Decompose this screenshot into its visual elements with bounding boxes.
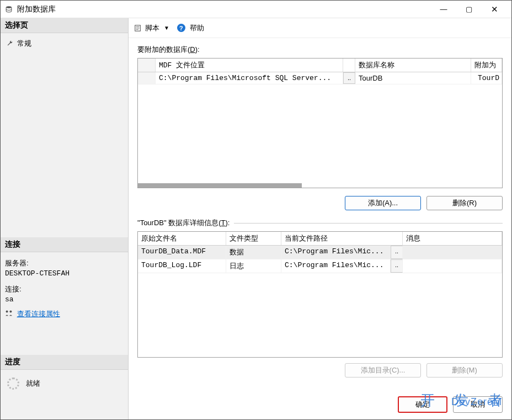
cancel-button[interactable]: 取消 [453,396,503,413]
svg-point-2 [9,310,12,312]
database-details-grid[interactable]: 原始文件名 文件类型 当前文件路径 消息 TourDB_Data.MDF 数据 … [137,231,503,358]
databases-to-attach-label: 要附加的数据库(D): [137,45,503,55]
sidebar-item-label: 常规 [17,39,31,49]
remove-detail-button[interactable]: 删除(M) [426,363,503,378]
attach-database-dialog: 附加数据库 — ▢ ✕ 选择页 常规 连接 服务器: DESKTOP-CTESF… [0,0,512,420]
cell-attachas[interactable]: TourD [471,72,502,84]
cell-message [403,246,502,259]
script-dropdown-icon[interactable]: ▼ [164,25,169,31]
view-connection-properties-link[interactable]: 查看连接属性 [17,310,60,318]
dialog-button-row: 确定 取消 [129,391,511,419]
cell-current-path[interactable]: C:\Program Files\Mic... [281,259,391,273]
svg-point-1 [6,310,8,312]
titlebar: 附加数据库 — ▢ ✕ [1,1,511,18]
details-grid-row[interactable]: TourDB_Log.LDF 日志 C:\Program Files\Mic..… [138,259,502,273]
details-grid-row[interactable]: TourDB_Data.MDF 数据 C:\Program Files\Mic.… [138,246,502,259]
progress-status: 就绪 [26,379,40,389]
view-connection-properties[interactable]: 查看连接属性 [5,309,124,320]
window-title: 附加数据库 [17,4,56,14]
databases-grid-row[interactable]: C:\Program Files\Microsoft SQL Server...… [138,72,502,84]
script-button[interactable]: 脚本 [145,23,159,33]
toolbar: 脚本 ▼ ? 帮助 [129,18,511,38]
col-dbname-header[interactable]: 数据库名称 [355,59,471,72]
connection-info: 服务器: DESKTOP-CTESFAH 连接: sa 查看连接属性 [1,252,128,322]
add-button[interactable]: 添加(A)... [345,196,421,210]
cell-filetype[interactable]: 数据 [226,246,281,259]
svg-point-0 [6,6,12,8]
cell-current-path[interactable]: C:\Program Files\Mic... [281,246,391,259]
progress-status-row: 就绪 [5,374,124,393]
cell-dbname[interactable]: TourDB [355,72,471,84]
database-details-label: "TourDB" 数据库详细信息(T): [137,218,503,228]
cell-orig-filename[interactable]: TourDB_Data.MDF [138,246,226,259]
col-orig-header[interactable]: 原始文件名 [138,232,226,245]
cell-mdf-path[interactable]: C:\Program Files\Microsoft SQL Server... [156,72,343,84]
databases-grid-header: MDF 文件位置 数据库名称 附加为 [138,59,502,72]
progress-header: 进度 [1,355,128,370]
wrench-icon [6,40,14,47]
cell-message [403,259,502,273]
databases-grid[interactable]: MDF 文件位置 数据库名称 附加为 C:\Program Files\Micr… [137,58,503,188]
main-panel: 脚本 ▼ ? 帮助 要附加的数据库(D): MDF 文件位置 数据库名称 附加为 [129,18,511,419]
help-button[interactable]: 帮助 [190,23,204,33]
minimize-button[interactable]: — [431,2,456,17]
cell-filetype[interactable]: 日志 [226,259,281,273]
col-type-header[interactable]: 文件类型 [226,232,281,245]
sidebar-item-general[interactable]: 常规 [3,36,126,51]
row-selector[interactable] [138,72,156,84]
content-area: 选择页 常规 连接 服务器: DESKTOP-CTESFAH 连接: sa [1,18,511,419]
select-page-header: 选择页 [1,18,128,33]
server-value: DESKTOP-CTESFAH [5,268,124,279]
connection-value: sa [5,294,124,305]
col-path-header[interactable]: 当前文件路径 [281,232,403,245]
add-catalog-button[interactable]: 添加目录(C)... [345,363,421,378]
help-icon: ? [177,24,185,32]
browse-path-button[interactable]: .. [391,259,403,273]
connection-label: 连接: [5,284,124,295]
col-mdf-header[interactable]: MDF 文件位置 [156,59,343,72]
connection-properties-icon [5,309,13,320]
browse-mdf-button[interactable]: .. [343,72,355,84]
browse-path-button[interactable]: .. [391,246,403,259]
ok-button[interactable]: 确定 [398,396,447,413]
server-label: 服务器: [5,258,124,269]
connection-header: 连接 [1,237,128,252]
col-msg-header[interactable]: 消息 [403,232,502,245]
database-icon [5,6,13,13]
progress-spinner-icon [7,378,19,390]
sidebar: 选择页 常规 连接 服务器: DESKTOP-CTESFAH 连接: sa [1,18,129,419]
details-grid-header: 原始文件名 文件类型 当前文件路径 消息 [138,232,502,246]
script-icon [134,24,142,32]
col-attachas-header[interactable]: 附加为 [471,59,502,72]
cell-orig-filename[interactable]: TourDB_Log.LDF [138,259,226,273]
remove-button[interactable]: 删除(R) [426,196,503,210]
close-button[interactable]: ✕ [482,2,507,17]
maximize-button[interactable]: ▢ [456,2,482,17]
grid-horizontal-scrollbar[interactable] [138,180,502,188]
